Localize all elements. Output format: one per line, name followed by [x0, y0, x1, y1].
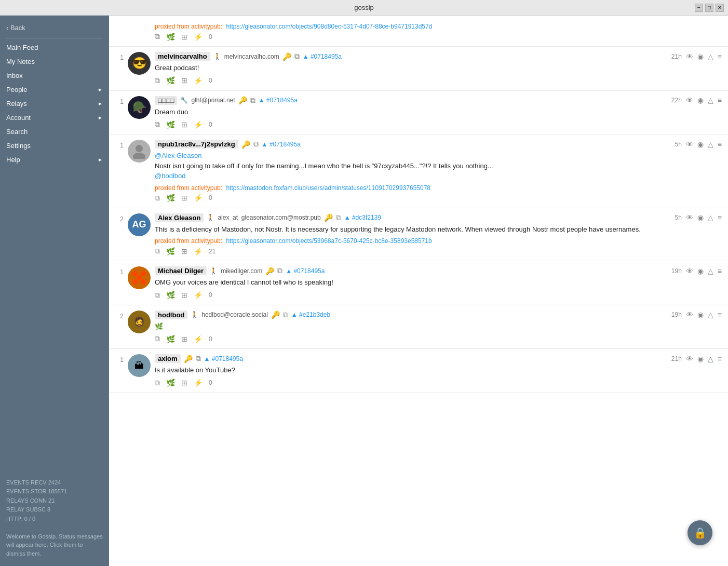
proxied-link[interactable]: https://mastodon.foxfam.club/users/admin…: [226, 184, 430, 192]
react-icon[interactable]: 🌿: [166, 33, 175, 41]
radio-icon[interactable]: ◉: [697, 311, 704, 319]
mention[interactable]: @Alex Gleason: [155, 152, 202, 159]
key-icon[interactable]: 🔑: [271, 311, 280, 319]
repost-icon[interactable]: ⧉: [155, 247, 160, 255]
menu-icon[interactable]: ≡: [718, 213, 722, 222]
username-badge[interactable]: □□□□: [155, 96, 177, 105]
copy-icon[interactable]: ⧉: [336, 213, 341, 222]
bookmark-icon[interactable]: ⊞: [181, 379, 187, 387]
zap-icon[interactable]: ⚡: [194, 335, 203, 343]
radio-icon[interactable]: ◉: [697, 213, 704, 222]
radio-icon[interactable]: ◉: [697, 140, 704, 149]
react-icon[interactable]: 🌿: [166, 247, 175, 255]
key-icon[interactable]: 🔑: [265, 267, 274, 275]
copy-icon[interactable]: ⧉: [283, 311, 288, 319]
sidebar-item-search[interactable]: Search: [0, 125, 109, 139]
key-icon[interactable]: 🔑: [184, 355, 193, 363]
menu-icon[interactable]: ≡: [718, 140, 722, 149]
eye-icon[interactable]: 👁: [686, 267, 693, 275]
sidebar-item-account[interactable]: Account ►: [0, 111, 109, 125]
zap-icon[interactable]: ⚡: [194, 76, 203, 85]
bookmark-icon[interactable]: ⊞: [181, 194, 187, 202]
bookmark-icon[interactable]: ⊞: [181, 76, 187, 85]
repost-icon[interactable]: ⧉: [155, 291, 160, 300]
repost-icon[interactable]: ⧉: [155, 379, 160, 387]
copy-icon[interactable]: ⧉: [253, 140, 259, 149]
key-icon[interactable]: 🔑: [282, 52, 291, 61]
menu-icon[interactable]: ≡: [718, 96, 722, 104]
bookmark-icon[interactable]: ⊞: [181, 335, 187, 343]
flag-icon[interactable]: △: [708, 52, 713, 61]
sidebar-item-inbox[interactable]: Inbox: [0, 69, 109, 83]
zap-icon[interactable]: ⚡: [194, 120, 203, 129]
bookmark-icon[interactable]: ⊞: [181, 120, 187, 129]
radio-icon[interactable]: ◉: [697, 96, 704, 104]
repost-icon[interactable]: ⧉: [155, 32, 160, 41]
sidebar-item-relays[interactable]: Relays ►: [0, 97, 109, 111]
react-icon[interactable]: 🌿: [166, 120, 175, 129]
radio-icon[interactable]: ◉: [697, 355, 704, 363]
radio-icon[interactable]: ◉: [697, 267, 704, 275]
key-icon[interactable]: 🔑: [238, 96, 247, 104]
copy-icon[interactable]: ⧉: [294, 52, 300, 61]
eye-icon[interactable]: 👁: [686, 355, 693, 363]
copy-icon[interactable]: ⧉: [196, 354, 201, 363]
key-icon[interactable]: 🔑: [241, 140, 250, 149]
sidebar-item-settings[interactable]: Settings: [0, 139, 109, 153]
proxied-link[interactable]: https://gleasonator.com/objects/908d80ec…: [226, 23, 432, 30]
username-badge[interactable]: hodlbod: [155, 311, 187, 319]
mention[interactable]: @hodlbod: [155, 172, 185, 180]
tag[interactable]: ▲ #0718495a: [259, 97, 298, 104]
bookmark-icon[interactable]: ⊞: [181, 247, 187, 255]
tag[interactable]: ▲ #e21b3deb: [291, 311, 330, 318]
tag[interactable]: ▲ #dc3f2139: [344, 214, 381, 221]
flag-icon[interactable]: △: [708, 96, 713, 104]
minimize-button[interactable]: −: [695, 4, 703, 12]
repost-icon[interactable]: ⧉: [155, 76, 160, 85]
key-icon[interactable]: 🔑: [324, 213, 333, 222]
repost-icon[interactable]: ⧉: [155, 334, 160, 343]
username-badge[interactable]: axiom: [155, 354, 181, 363]
lock-button[interactable]: 🔒: [687, 520, 712, 545]
flag-icon[interactable]: △: [708, 311, 713, 319]
eye-icon[interactable]: 👁: [686, 213, 693, 222]
flag-icon[interactable]: △: [708, 140, 713, 149]
bookmark-icon[interactable]: ⊞: [181, 291, 187, 299]
zap-icon[interactable]: ⚡: [194, 194, 203, 202]
menu-icon[interactable]: ≡: [718, 355, 722, 363]
menu-icon[interactable]: ≡: [718, 52, 722, 61]
username-badge[interactable]: melvincarvalho: [155, 52, 210, 61]
zap-icon[interactable]: ⚡: [194, 379, 203, 387]
tag[interactable]: ▲ #0718495a: [204, 355, 243, 362]
eye-icon[interactable]: 👁: [686, 96, 693, 104]
copy-icon[interactable]: ⧉: [250, 96, 255, 105]
react-icon[interactable]: 🌿: [166, 194, 175, 202]
zap-icon[interactable]: ⚡: [194, 33, 203, 41]
react-icon[interactable]: 🌿: [166, 335, 175, 343]
copy-icon[interactable]: ⧉: [277, 266, 282, 275]
react-icon[interactable]: 🌿: [166, 379, 175, 387]
eye-icon[interactable]: 👁: [686, 311, 693, 319]
react-icon[interactable]: 🌿: [166, 76, 175, 85]
flag-icon[interactable]: △: [708, 267, 713, 275]
tag[interactable]: ▲ #0718495a: [286, 267, 325, 275]
flag-icon[interactable]: △: [708, 355, 713, 363]
tag[interactable]: ▲ #0718495a: [262, 141, 301, 148]
sidebar-item-my-notes[interactable]: My Notes: [0, 55, 109, 69]
react-icon[interactable]: 🌿: [166, 291, 175, 299]
sidebar-item-people[interactable]: People ►: [0, 83, 109, 97]
bookmark-icon[interactable]: ⊞: [181, 33, 187, 41]
username-badge[interactable]: Michael Dilger: [155, 266, 207, 275]
sidebar-item-help[interactable]: Help ►: [0, 153, 109, 167]
close-button[interactable]: ✕: [716, 4, 724, 12]
back-button[interactable]: ‹ Back: [0, 20, 109, 36]
menu-icon[interactable]: ≡: [718, 267, 722, 275]
proxied-link[interactable]: https://gleasonator.com/objects/53968a7c…: [226, 237, 432, 245]
username-badge[interactable]: Alex Gleason: [155, 213, 204, 222]
maximize-button[interactable]: □: [705, 4, 713, 12]
sidebar-item-main-feed[interactable]: Main Feed: [0, 41, 109, 55]
username-badge[interactable]: npub1rac8v...7j2spvlzkg: [155, 140, 238, 149]
eye-icon[interactable]: 👁: [686, 52, 693, 61]
radio-icon[interactable]: ◉: [697, 52, 704, 61]
eye-icon[interactable]: 👁: [686, 140, 693, 149]
